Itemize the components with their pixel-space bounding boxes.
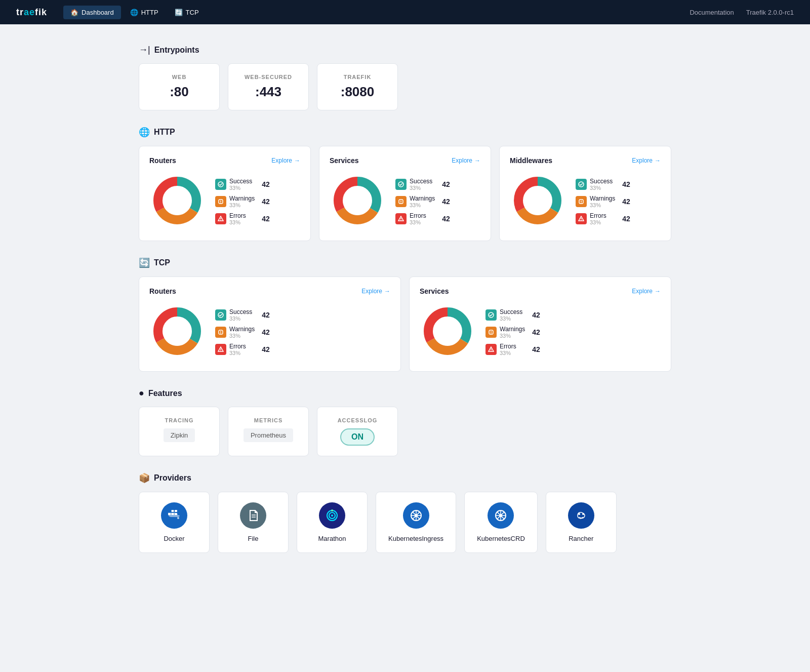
feature-accesslog-value: ON [340, 428, 375, 446]
feature-metrics-value: Prometheus [244, 428, 293, 442]
entrypoint-traefik: TRAEFIK :8080 [317, 63, 398, 110]
http-services-body: Success 33% 42 Warnings 33% 42 [330, 173, 480, 230]
docs-link[interactable]: Documentation [690, 9, 734, 16]
tcp-title: TCP [154, 258, 170, 267]
feature-tracing: TRACING Zipkin [139, 407, 220, 456]
mw-error-icon [576, 213, 587, 224]
feature-tracing-value: Zipkin [164, 428, 195, 442]
tcp-s-error-icon [485, 344, 497, 355]
tcp-cards-row: Routers Explore → [139, 276, 671, 372]
nav-http-label: HTTP [141, 9, 158, 16]
arrow-right-icon4: → [384, 288, 390, 295]
entrypoints-title: Entrypoints [154, 46, 199, 55]
svg-point-60 [177, 517, 179, 519]
svg-point-82 [574, 508, 588, 523]
mw-warning-icon [576, 196, 587, 207]
http-routers-body: Success 33% 42 Warnings 33% 42 [149, 173, 300, 230]
warning-pct: 33% [229, 202, 255, 208]
tcp-routers-explore[interactable]: Explore → [361, 288, 390, 295]
providers-icon: 📦 [139, 472, 150, 484]
feature-metrics-label: METRICS [242, 417, 294, 423]
nav-http[interactable]: 🌐 HTTP [123, 6, 166, 19]
tcp-s-warning-icon [485, 327, 497, 338]
http-services-donut [330, 173, 385, 230]
provider-marathon[interactable]: Marathon [297, 492, 368, 553]
entrypoint-web: WEB :80 [139, 63, 220, 110]
http-routers-header: Routers Explore → [149, 156, 300, 165]
http-routers-donut [149, 173, 205, 230]
kubernetes-ingress-label: KubernetesIngress [388, 535, 443, 542]
svg-point-29 [581, 203, 582, 204]
http-middlewares-card: Middlewares Explore → [499, 146, 671, 241]
main-content: →| Entrypoints WEB :80 WEB-SECURED :443 … [127, 24, 683, 585]
svg-point-32 [581, 220, 581, 220]
entrypoint-web-value: :80 [153, 84, 205, 100]
tcp-services-donut [420, 303, 475, 361]
feature-accesslog: ACCESSLOG ON [317, 407, 398, 456]
provider-docker[interactable]: Docker [139, 492, 210, 553]
svg-point-40 [220, 333, 221, 334]
http-middlewares-header: Middlewares Explore → [510, 156, 661, 165]
tcp-icon: 🔄 [175, 9, 183, 16]
provider-kubernetes-ingress[interactable]: KubernetesIngress [376, 492, 456, 553]
legend-success: Success 33% 42 [215, 178, 270, 191]
tcp-routers-body: Success 33% 42 Warnings 33% 42 [149, 303, 390, 361]
entrypoints-row: WEB :80 WEB-SECURED :443 TRAEFIK :8080 [139, 63, 671, 110]
legend-warning: Warnings 33% 42 [215, 195, 270, 208]
svg-point-14 [343, 186, 372, 215]
tcp-routers-legend: Success 33% 42 Warnings 33% 42 [215, 308, 270, 356]
nav-dashboard[interactable]: 🏠 Dashboard [63, 6, 121, 19]
docker-icon [161, 502, 187, 529]
warning-label: Warnings [229, 195, 255, 202]
success-pct: 33% [229, 185, 255, 191]
http-middlewares-donut [510, 173, 565, 230]
nav-right: Documentation Traefik 2.0.0-rc1 [690, 9, 794, 16]
tcp-services-explore[interactable]: Explore → [632, 288, 661, 295]
provider-rancher[interactable]: Rancher [546, 492, 617, 553]
entrypoint-traefik-value: :8080 [332, 84, 383, 100]
kubernetes-ingress-icon [403, 502, 429, 529]
provider-file[interactable]: File [218, 492, 289, 553]
tcp-icon-section: 🔄 [139, 257, 150, 268]
tcp-routers-header: Routers Explore → [149, 287, 390, 295]
feature-metrics: METRICS Prometheus [228, 407, 309, 456]
nav-tcp[interactable]: 🔄 TCP [168, 6, 206, 19]
arrow-right-icon3: → [655, 157, 661, 164]
svg-point-74 [415, 514, 418, 517]
svg-point-47 [433, 317, 462, 345]
provider-kubernetes-crd[interactable]: KubernetesCRD [464, 492, 538, 553]
http-routers-title: Routers [149, 156, 176, 165]
svg-point-18 [400, 203, 401, 204]
svg-point-84 [582, 513, 584, 515]
warning-icon [215, 196, 226, 207]
http-routers-card: Routers Explore → [139, 146, 311, 241]
http-middlewares-legend: Success 33% 42 Warnings 33% 42 [576, 178, 630, 225]
feature-tracing-label: TRACING [153, 417, 205, 423]
svg-point-43 [220, 350, 221, 351]
svc-success-icon [395, 179, 407, 190]
navbar: traefik 🏠 Dashboard 🌐 HTTP 🔄 TCP Documen… [0, 0, 810, 24]
http-routers-explore[interactable]: Explore → [271, 157, 300, 164]
http-cards-row: Routers Explore → [139, 146, 671, 241]
nav-dashboard-label: Dashboard [82, 9, 114, 16]
svg-point-7 [220, 203, 221, 204]
http-services-explore[interactable]: Explore → [452, 157, 480, 164]
success-icon [215, 179, 226, 190]
entrypoints-icon: →| [139, 45, 150, 55]
legend-error: Errors 33% 42 [215, 212, 270, 225]
tcp-routers-title: Routers [149, 287, 176, 295]
entrypoints-section-header: →| Entrypoints [139, 45, 671, 55]
entrypoint-web-secured-value: :443 [242, 84, 294, 100]
svg-point-83 [578, 513, 580, 515]
http-middlewares-title: Middlewares [510, 156, 552, 165]
svg-point-21 [400, 220, 401, 220]
http-services-header: Services Explore → [330, 156, 480, 165]
arrow-right-icon5: → [655, 288, 661, 295]
http-middlewares-body: Success 33% 42 Warnings 33% 42 [510, 173, 661, 230]
entrypoint-web-label: WEB [153, 74, 205, 80]
http-middlewares-explore[interactable]: Explore → [632, 157, 661, 164]
svg-point-81 [499, 514, 502, 517]
tcp-routers-donut [149, 303, 205, 361]
http-services-legend: Success 33% 42 Warnings 33% 42 [395, 178, 450, 225]
marathon-icon [319, 502, 345, 529]
